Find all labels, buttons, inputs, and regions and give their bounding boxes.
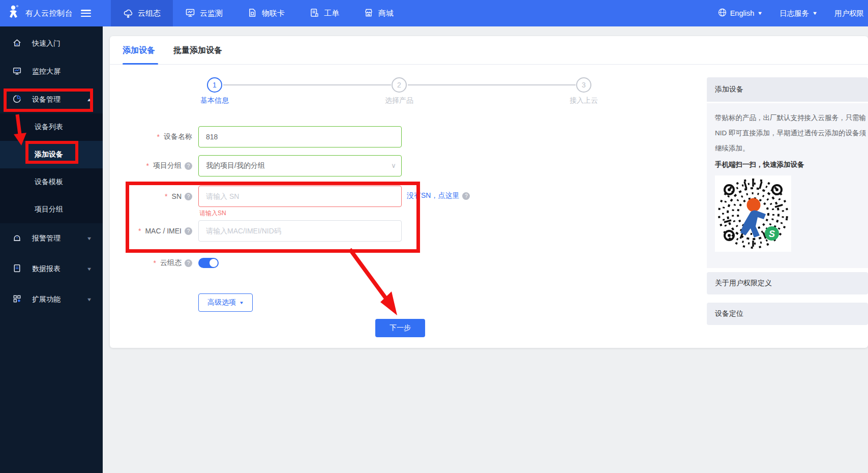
apps-grid-icon — [12, 294, 22, 305]
report-document-icon — [12, 263, 22, 275]
sidebar-item-device-template[interactable]: 设备模板 — [0, 168, 103, 196]
home-icon — [12, 38, 22, 49]
project-group-label: * 项目分组 ? — [110, 155, 192, 176]
mac-imei-input[interactable] — [198, 220, 402, 242]
sidebar-item-extended-functions[interactable]: 扩展功能 ▼ — [0, 284, 103, 315]
nav-item-label: 云监测 — [200, 9, 223, 18]
log-service-label: 日志服务 — [780, 9, 809, 18]
help-icon[interactable]: ? — [462, 192, 470, 200]
user-permission-menu[interactable]: 用户权限 ▼ — [834, 9, 868, 18]
app-window: 有人云控制台 云组态 云监测 物联卡 — [0, 0, 868, 473]
help-icon[interactable]: ? — [185, 259, 192, 267]
language-selector[interactable]: English ▼ — [718, 8, 762, 18]
monitor-chart-icon — [185, 8, 195, 19]
top-right-menu: English ▼ 日志服务 ▼ 用户权限 ▼ — [718, 0, 868, 26]
help-icon[interactable]: ? — [185, 162, 192, 170]
sidebar-item-monitor-screen[interactable]: 监控大屏 — [0, 57, 103, 85]
sidebar-item-device-management[interactable]: 设备管理 ▲ — [0, 85, 103, 113]
qr-code-image: S — [715, 175, 791, 252]
log-service-menu[interactable]: 日志服务 ▼ — [780, 9, 817, 18]
tab-batch-add-device[interactable]: 批量添加设备 — [173, 45, 222, 56]
svg-text:S: S — [769, 229, 775, 239]
advanced-options-button[interactable]: 高级选项 ▼ — [198, 293, 253, 312]
top-nav-menu: 云组态 云监测 物联卡 工单 — [111, 0, 406, 26]
select-chevron-icon: ∨ — [388, 162, 399, 169]
permission-panel-title: 关于用户权限定义 — [715, 279, 772, 288]
sidebar-item-label: 数据报表 — [32, 264, 61, 274]
help-icon[interactable]: ? — [185, 193, 192, 200]
sidebar-item-data-report[interactable]: 数据报表 ▼ — [0, 254, 103, 284]
nav-item-label: 商城 — [378, 9, 394, 18]
cloud-scada-toggle[interactable] — [198, 258, 219, 268]
chevron-down-icon: ▼ — [86, 297, 93, 302]
info-text-line: NID 即可直接添加，早期通过透传云添加的设备须 — [715, 126, 860, 141]
required-mark: * — [165, 192, 167, 200]
no-sn-link[interactable]: 没有SN，点这里 ? — [407, 191, 470, 201]
pie-chart-icon — [12, 94, 22, 105]
alarm-bell-icon — [12, 233, 22, 244]
mac-imei-label: * MAC / IMEI ? — [110, 220, 192, 242]
sidebar-item-alarm-management[interactable]: 报警管理 ▼ — [0, 223, 103, 254]
step-label-select-product: 选择产品 — [369, 96, 430, 105]
device-name-input[interactable] — [198, 126, 402, 147]
project-group-select[interactable]: 我的项目/我的分组 — [198, 155, 402, 176]
sn-input[interactable] — [198, 186, 402, 207]
sidebar-item-label: 报警管理 — [32, 234, 61, 243]
sidebar-item-label: 设备管理 — [32, 95, 61, 104]
required-mark: * — [138, 227, 141, 235]
menu-collapse-icon[interactable] — [81, 10, 91, 17]
storefront-icon — [364, 8, 374, 19]
chevron-down-icon: ▼ — [239, 301, 244, 305]
step-connector — [408, 84, 576, 85]
device-management-submenu: 设备列表 添加设备 设备模板 项目分组 — [0, 113, 103, 223]
sidebar-item-label: 设备列表 — [35, 123, 63, 132]
aside-info-title: 添加设备 — [707, 77, 868, 102]
active-tab-underline — [123, 63, 158, 65]
tab-add-device[interactable]: 添加设备 — [123, 45, 155, 56]
sidebar-item-project-group[interactable]: 项目分组 — [0, 196, 103, 223]
sidebar: 快速入门 监控大屏 设备管理 ▲ 设备列表 添加设备 设备模板 — [0, 26, 103, 473]
required-mark: * — [154, 259, 156, 267]
sidebar-item-label: 添加设备 — [35, 150, 63, 159]
cloud-icon — [123, 8, 133, 19]
step-circle-1: 1 — [207, 77, 222, 93]
required-mark: * — [146, 162, 149, 170]
step-circle-2: 2 — [392, 77, 407, 93]
next-step-button[interactable]: 下一步 — [375, 319, 425, 337]
sidebar-item-add-device[interactable]: 添加设备 — [0, 141, 103, 168]
sidebar-item-label: 项目分组 — [35, 205, 63, 214]
sidebar-item-label: 设备模板 — [35, 178, 63, 187]
sidebar-item-quick-start[interactable]: 快速入门 — [0, 29, 103, 57]
work-order-icon — [309, 8, 319, 19]
aside-permission-panel[interactable]: 关于用户权限定义 — [707, 272, 868, 294]
step-connector — [223, 84, 391, 85]
aside-location-panel[interactable]: 设备定位 — [707, 303, 868, 325]
nav-item-cloud-scada[interactable]: 云组态 — [111, 0, 173, 26]
nav-item-label: 工单 — [324, 9, 339, 18]
chevron-up-icon: ▲ — [86, 97, 93, 102]
step-label-connect-cloud: 接入上云 — [553, 96, 614, 105]
nav-item-iot-card[interactable]: 物联卡 — [235, 0, 297, 26]
nav-item-cloud-monitor[interactable]: 云监测 — [173, 0, 235, 26]
project-group-value: 我的项目/我的分组 — [206, 161, 265, 170]
brand-area: 有人云控制台 — [0, 0, 103, 26]
sidebar-item-label: 快速入门 — [32, 39, 61, 48]
sidebar-item-label: 监控大屏 — [32, 67, 61, 76]
nav-item-label: 云组态 — [138, 9, 161, 18]
nav-item-mall[interactable]: 商城 — [351, 0, 406, 26]
sidebar-item-device-list[interactable]: 设备列表 — [0, 113, 103, 141]
location-panel-title: 设备定位 — [715, 309, 743, 318]
info-text-line: 继续添加。 — [715, 141, 860, 156]
aside-info-body: 带贴标的产品，出厂默认支持接入云服务，只需输 NID 即可直接添加，早期通过透传… — [707, 103, 868, 268]
sidebar-item-label: 扩展功能 — [32, 295, 61, 304]
step-circle-3: 3 — [576, 77, 591, 93]
chevron-down-icon: ▼ — [86, 236, 93, 241]
sn-error-message: 请输入SN — [199, 209, 226, 218]
help-icon[interactable]: ? — [185, 227, 192, 235]
aside-info-panel: 添加设备 带贴标的产品，出厂默认支持接入云服务，只需输 NID 即可直接添加，早… — [707, 77, 868, 268]
globe-icon — [718, 8, 727, 18]
nav-item-work-order[interactable]: 工单 — [297, 0, 351, 26]
required-mark: * — [157, 133, 160, 141]
step-label-basic-info: 基本信息 — [184, 96, 245, 105]
top-navigation-bar: 有人云控制台 云组态 云监测 物联卡 — [0, 0, 868, 26]
